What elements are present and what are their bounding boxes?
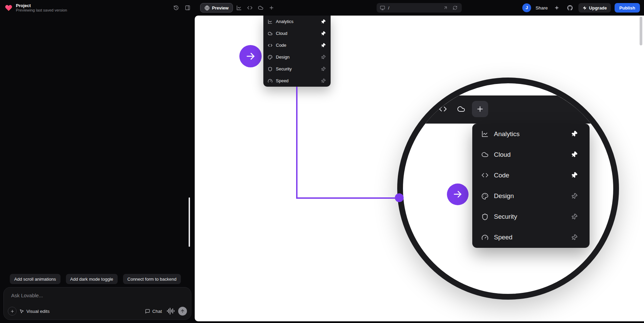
palette-icon — [268, 55, 272, 60]
features-dropdown-menu: Analytics Cloud Code Design — [263, 16, 331, 87]
upgrade-button[interactable]: Upgrade — [578, 3, 611, 13]
refresh-button[interactable] — [452, 4, 458, 11]
pin-icon[interactable] — [321, 55, 326, 60]
project-title[interactable]: Project — [16, 3, 67, 8]
palette-icon — [481, 193, 488, 200]
sidebar-scrollbar[interactable] — [189, 197, 190, 247]
pin-icon[interactable] — [571, 172, 577, 178]
attach-button[interactable] — [8, 307, 17, 316]
chat-input[interactable] — [10, 292, 184, 304]
shield-icon — [268, 67, 272, 71]
project-status: Previewing last saved version — [16, 8, 67, 13]
send-button[interactable] — [178, 307, 187, 316]
url-path[interactable]: / — [388, 5, 439, 10]
sparkle-button[interactable] — [552, 3, 562, 13]
add-view-button[interactable] — [267, 3, 276, 13]
github-button[interactable] — [565, 3, 575, 13]
cloud-icon — [268, 31, 272, 36]
menu-item[interactable]: Speed — [263, 75, 331, 87]
connector-line-horizontal — [296, 197, 400, 199]
menu-item[interactable]: Security — [472, 207, 590, 227]
chat-mode-button[interactable]: Chat — [142, 306, 165, 316]
panel-icon — [185, 5, 190, 10]
pointer-icon — [19, 309, 24, 314]
pin-icon[interactable] — [571, 214, 577, 220]
menu-item[interactable]: Code — [263, 39, 331, 51]
menu-item-label: Design — [494, 192, 566, 200]
menu-item-label: Cloud — [494, 151, 566, 158]
avatar[interactable]: J — [522, 3, 531, 12]
menu-item[interactable]: Code — [472, 165, 590, 186]
menu-item-label: Design — [276, 55, 317, 60]
menu-item[interactable]: Cloud — [472, 144, 590, 165]
pin-icon[interactable] — [321, 43, 326, 48]
menu-item-label: Code — [276, 43, 317, 48]
menu-item[interactable]: Analytics — [472, 124, 590, 144]
menu-item-label: Analytics — [276, 19, 317, 24]
code-icon — [439, 105, 447, 113]
chart-line-icon — [481, 130, 488, 137]
pin-icon[interactable] — [321, 79, 326, 83]
preview-button[interactable]: Preview — [200, 3, 233, 13]
menu-item-label: Code — [494, 172, 566, 179]
pin-icon[interactable] — [321, 31, 326, 36]
cloud-icon — [481, 151, 488, 158]
share-button[interactable]: Share — [535, 5, 548, 10]
canvas-scrollbar[interactable] — [640, 17, 642, 45]
sparkle-icon — [554, 5, 559, 10]
analytics-view-button[interactable] — [234, 3, 244, 13]
monitor-icon — [380, 5, 385, 10]
connector-line-vertical — [296, 87, 297, 199]
suggestion-chip[interactable]: Add scroll animations — [10, 274, 61, 284]
pin-icon[interactable] — [321, 19, 326, 24]
preview-canvas: Analytics Cloud Code Design — [195, 16, 644, 321]
code-icon — [268, 43, 272, 48]
menu-item[interactable]: Speed — [472, 227, 590, 248]
pin-icon[interactable] — [571, 193, 577, 199]
chat-mode-label: Chat — [152, 309, 162, 314]
chat-sidebar: Add scroll animations Add dark mode togg… — [0, 16, 195, 323]
publish-button[interactable]: Publish — [615, 3, 640, 13]
github-icon — [567, 5, 573, 10]
menu-item[interactable]: Security — [263, 63, 331, 75]
cloud-icon — [258, 5, 263, 10]
zap-icon — [582, 6, 587, 10]
menu-item[interactable]: Design — [472, 186, 590, 207]
menu-item[interactable]: Design — [263, 51, 331, 63]
plus-icon — [10, 309, 15, 314]
magnified-code-button[interactable] — [435, 101, 451, 117]
menu-item-label: Security — [494, 213, 566, 220]
globe-icon — [205, 5, 210, 10]
code-view-button[interactable] — [245, 3, 255, 13]
pin-icon[interactable] — [571, 131, 577, 137]
history-button[interactable] — [171, 3, 181, 13]
visual-edits-button[interactable]: Visual edits — [17, 306, 52, 316]
magnified-toolbar — [401, 95, 615, 124]
url-bar[interactable]: / — [377, 3, 462, 13]
cloud-view-button[interactable] — [256, 3, 265, 13]
cloud-icon — [457, 105, 465, 113]
chat-toolbar: Visual edits Chat — [8, 306, 187, 316]
suggestion-chips: Add scroll animations Add dark mode togg… — [10, 274, 181, 284]
magnified-cloud-button[interactable] — [453, 101, 469, 117]
panel-toggle-button[interactable] — [183, 3, 192, 13]
zoom-magnifier-circle: Analytics Cloud Code Design — [397, 78, 619, 300]
open-in-new-tab-button[interactable] — [442, 4, 449, 11]
magnified-next-arrow-button[interactable] — [447, 184, 469, 205]
magnified-plus-button[interactable] — [472, 101, 488, 117]
suggestion-chip[interactable]: Add dark mode toggle — [66, 274, 118, 284]
voice-input-button[interactable] — [167, 307, 175, 315]
pin-icon[interactable] — [321, 67, 326, 71]
upgrade-label: Upgrade — [589, 5, 607, 10]
plus-icon — [269, 5, 274, 10]
lovable-logo-icon[interactable] — [5, 4, 13, 12]
menu-item-label: Analytics — [494, 130, 566, 138]
menu-item[interactable]: Analytics — [263, 16, 331, 27]
arrow-right-icon — [245, 50, 256, 62]
pin-icon[interactable] — [571, 234, 577, 241]
suggestion-chip[interactable]: Connect form to backend — [123, 274, 181, 284]
pin-icon[interactable] — [571, 151, 577, 158]
menu-item[interactable]: Cloud — [263, 27, 331, 39]
preview-label: Preview — [212, 5, 229, 10]
next-arrow-button[interactable] — [239, 45, 262, 67]
